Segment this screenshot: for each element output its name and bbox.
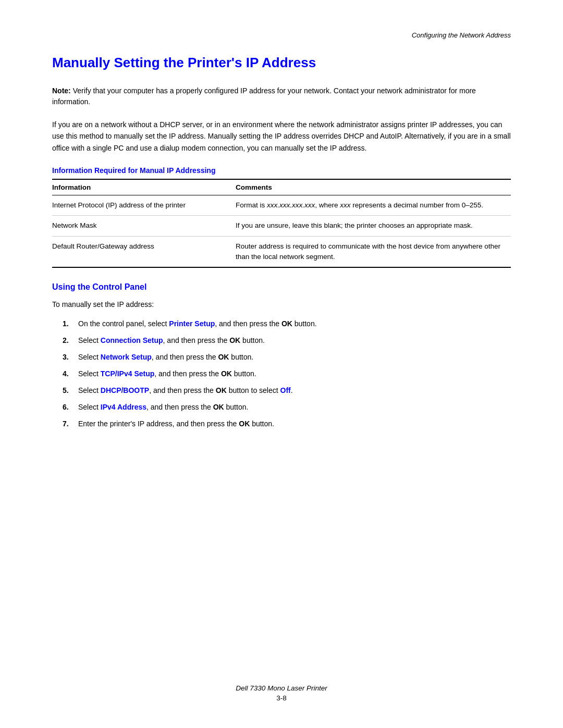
- table-row: Internet Protocol (IP) address of the pr…: [52, 195, 511, 216]
- table-cell-info: Network Mask: [52, 216, 236, 236]
- step-number: 5.: [63, 385, 74, 396]
- table-header-row: Information Comments: [52, 179, 511, 195]
- list-item: 5.Select DHCP/BOOTP, and then press the …: [63, 385, 511, 396]
- note-block: Note: Verify that your computer has a pr…: [52, 85, 511, 107]
- step-content: Enter the printer's IP address, and then…: [78, 418, 511, 429]
- steps-list: 1.On the control panel, select Printer S…: [63, 318, 511, 429]
- step-number: 2.: [63, 335, 74, 346]
- col-info-header: Information: [52, 179, 236, 195]
- note-label: Note:: [52, 87, 71, 95]
- main-title: Manually Setting the Printer's IP Addres…: [52, 55, 511, 71]
- table-section-title: Information Required for Manual IP Addre…: [52, 166, 511, 175]
- step-number: 3.: [63, 352, 74, 363]
- list-item: 1.On the control panel, select Printer S…: [63, 318, 511, 329]
- footer-model: Dell 7330 Mono Laser Printer: [0, 684, 563, 692]
- control-panel-section: Using the Control Panel To manually set …: [52, 282, 511, 429]
- table-section: Information Required for Manual IP Addre…: [52, 166, 511, 268]
- body-paragraph: If you are on a network without a DHCP s…: [52, 119, 511, 154]
- step-content: On the control panel, select Printer Set…: [78, 318, 511, 329]
- list-item: 6.Select IPv4 Address, and then press th…: [63, 402, 511, 413]
- step-number: 4.: [63, 368, 74, 379]
- table-cell-comments: If you are unsure, leave this blank; the…: [236, 216, 511, 236]
- step-number: 1.: [63, 318, 74, 329]
- step-content: Select Connection Setup, and then press …: [78, 335, 511, 346]
- step-content: Select TCP/IPv4 Setup, and then press th…: [78, 368, 511, 379]
- list-item: 3.Select Network Setup, and then press t…: [63, 352, 511, 363]
- section-intro: To manually set the IP address:: [52, 299, 511, 310]
- note-text: Verify that your computer has a properly…: [52, 87, 476, 106]
- table-row: Default Router/Gateway addressRouter add…: [52, 236, 511, 267]
- list-item: 2.Select Connection Setup, and then pres…: [63, 335, 511, 346]
- info-table: Information Comments Internet Protocol (…: [52, 179, 511, 268]
- list-item: 4.Select TCP/IPv4 Setup, and then press …: [63, 368, 511, 379]
- header-title: Configuring the Network Address: [412, 31, 511, 39]
- table-cell-info: Internet Protocol (IP) address of the pr…: [52, 195, 236, 216]
- page-header: Configuring the Network Address: [52, 31, 511, 39]
- table-cell-comments: Format is xxx.xxx.xxx.xxx, where xxx rep…: [236, 195, 511, 216]
- list-item: 7.Enter the printer's IP address, and th…: [63, 418, 511, 429]
- footer: Dell 7330 Mono Laser Printer 3-8: [0, 684, 563, 702]
- step-content: Select IPv4 Address, and then press the …: [78, 402, 511, 413]
- step-content: Select DHCP/BOOTP, and then press the OK…: [78, 385, 511, 396]
- table-cell-comments: Router address is required to communicat…: [236, 236, 511, 267]
- step-number: 6.: [63, 402, 74, 413]
- page: Configuring the Network Address Manually…: [0, 0, 563, 728]
- table-cell-info: Default Router/Gateway address: [52, 236, 236, 267]
- footer-page: 3-8: [0, 694, 563, 702]
- step-number: 7.: [63, 418, 74, 429]
- col-comments-header: Comments: [236, 179, 511, 195]
- step-content: Select Network Setup, and then press the…: [78, 352, 511, 363]
- table-row: Network MaskIf you are unsure, leave thi…: [52, 216, 511, 236]
- section-title: Using the Control Panel: [52, 282, 511, 292]
